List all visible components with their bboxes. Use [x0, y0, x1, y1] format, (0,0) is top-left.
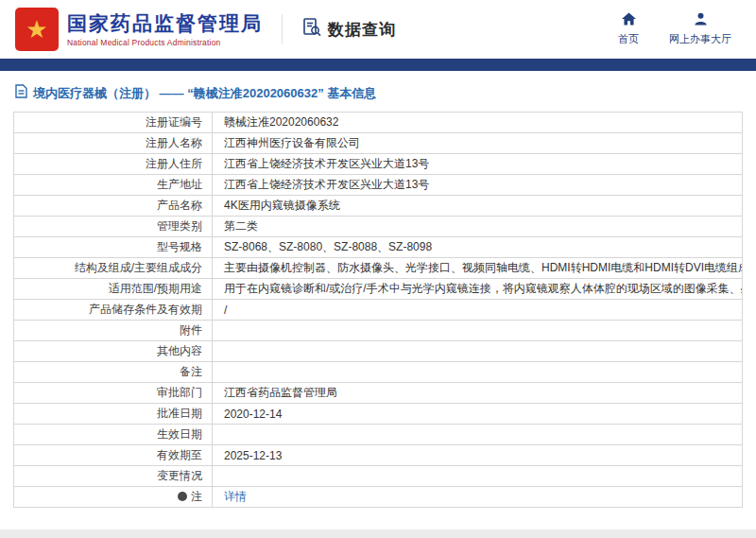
row-value: 江西省药品监督管理局: [213, 383, 743, 404]
table-row: 备注: [14, 362, 743, 383]
row-label: 适用范围/预期用途: [14, 279, 213, 300]
row-label: 批准日期: [14, 404, 213, 425]
table-row: 管理类别第二类: [14, 217, 743, 237]
footer-strip: [0, 529, 756, 538]
nav-home[interactable]: 首页: [618, 12, 639, 46]
table-row: 注册人名称江西神州医疗设备有限公司: [14, 133, 743, 154]
row-value: [213, 321, 743, 341]
row-value: 江西神州医疗设备有限公司: [213, 133, 743, 154]
main-content: 境内医疗器械（注册） —— “赣械注准20202060632” 基本信息 注册证…: [0, 71, 756, 529]
home-icon: [622, 12, 636, 29]
document-icon: [15, 84, 27, 102]
row-value: 用于在内窥镜诊断和/或治疗/手术中与光学内窥镜连接，将内窥镜观察人体体腔的现场区…: [213, 279, 743, 300]
data-query-icon: [301, 17, 322, 42]
brand: ★ 国家药品监督管理局 National Medical Products Ad…: [15, 8, 263, 51]
row-label: 其他内容: [14, 341, 213, 362]
row-value: 赣械注准20202060632: [213, 113, 743, 133]
detail-link[interactable]: 详情: [224, 490, 247, 503]
row-label: 变更情况: [14, 466, 213, 487]
row-label: 审批部门: [14, 383, 213, 404]
row-label: 注册证编号: [14, 113, 213, 133]
breadcrumb-text: 境内医疗器械（注册） —— “赣械注准20202060632” 基本信息: [33, 85, 376, 102]
row-label: 注册人名称: [14, 133, 213, 154]
table-row: 审批部门江西省药品监督管理局: [14, 383, 743, 404]
brand-text: 国家药品监督管理局 National Medical Products Admi…: [67, 11, 263, 46]
row-value: [213, 466, 743, 487]
row-label: 产品储存条件及有效期: [14, 300, 213, 321]
table-row: 产品名称4K医用内窥镜摄像系统: [14, 196, 743, 217]
person-icon: [694, 12, 708, 29]
table-row: 附件: [14, 321, 743, 341]
table-row: 变更情况: [14, 466, 743, 487]
table-row: 产品储存条件及有效期/: [14, 300, 743, 321]
star-icon: ★: [26, 17, 47, 42]
row-label: 注: [14, 487, 213, 508]
row-label: 结构及组成/主要组成成分: [14, 258, 213, 279]
national-emblem-logo: ★: [15, 8, 59, 51]
row-value: 江西省上饶经济技术开发区兴业大道13号: [213, 175, 743, 196]
row-label: 生产地址: [14, 175, 213, 196]
row-value: [213, 425, 743, 445]
nav-service-hall-label: 网上办事大厅: [669, 32, 731, 46]
row-value: [213, 341, 743, 362]
table-row: 型号规格SZ-8068、SZ-8080、SZ-8088、SZ-8098: [14, 237, 743, 258]
table-row: 有效期至2025-12-13: [14, 445, 743, 466]
row-value: 2020-12-14: [213, 404, 743, 425]
page: ★ 国家药品监督管理局 National Medical Products Ad…: [0, 0, 756, 538]
table-row: 注册人住所江西省上饶经济技术开发区兴业大道13号: [14, 154, 743, 175]
primary-navbar: [0, 59, 756, 71]
row-value: SZ-8068、SZ-8080、SZ-8088、SZ-8098: [213, 237, 743, 258]
row-value: 主要由摄像机控制器、防水摄像头、光学接口、视频同轴电缆、HDMI转HDMI电缆和…: [213, 258, 743, 279]
table-row: 注详情: [14, 487, 743, 508]
nav-service-hall[interactable]: 网上办事大厅: [669, 12, 731, 46]
breadcrumb: 境内医疗器械（注册） —— “赣械注准20202060632” 基本信息: [15, 84, 743, 102]
row-value: 第二类: [213, 217, 743, 237]
row-label: 生效日期: [14, 425, 213, 445]
row-label: 管理类别: [14, 217, 213, 237]
table-row: 适用范围/预期用途用于在内窥镜诊断和/或治疗/手术中与光学内窥镜连接，将内窥镜观…: [14, 279, 743, 300]
table-row: 生产地址江西省上饶经济技术开发区兴业大道13号: [14, 175, 743, 196]
nav-home-label: 首页: [618, 32, 639, 46]
org-name-cn: 国家药品监督管理局: [67, 11, 263, 35]
row-value: 江西省上饶经济技术开发区兴业大道13号: [213, 154, 743, 175]
site-header: ★ 国家药品监督管理局 National Medical Products Ad…: [0, 0, 756, 59]
data-query-title: 数据查询: [328, 19, 396, 41]
header-divider: [282, 14, 283, 44]
top-navigation: 首页 网上办事大厅: [618, 12, 741, 46]
row-value: 4K医用内窥镜摄像系统: [213, 196, 743, 217]
row-value: [213, 362, 743, 383]
org-name-en: National Medical Products Administration: [67, 38, 263, 47]
row-label: 备注: [14, 362, 213, 383]
table-row: 批准日期2020-12-14: [14, 404, 743, 425]
row-label: 产品名称: [14, 196, 213, 217]
row-label: 型号规格: [14, 237, 213, 258]
row-label: 注册人住所: [14, 154, 213, 175]
table-row: 生效日期: [14, 425, 743, 445]
row-label: 附件: [14, 321, 213, 341]
row-label: 有效期至: [14, 445, 213, 466]
data-query-section: 数据查询: [301, 17, 396, 42]
table-row: 结构及组成/主要组成成分主要由摄像机控制器、防水摄像头、光学接口、视频同轴电缆、…: [14, 258, 743, 279]
registration-info-table: 注册证编号赣械注准20202060632注册人名称江西神州医疗设备有限公司注册人…: [13, 112, 743, 508]
table-row: 注册证编号赣械注准20202060632: [14, 113, 743, 133]
row-value: 2025-12-13: [213, 445, 743, 466]
row-value: /: [213, 300, 743, 321]
note-icon: [178, 492, 187, 501]
row-value: 详情: [213, 487, 743, 508]
table-row: 其他内容: [14, 341, 743, 362]
